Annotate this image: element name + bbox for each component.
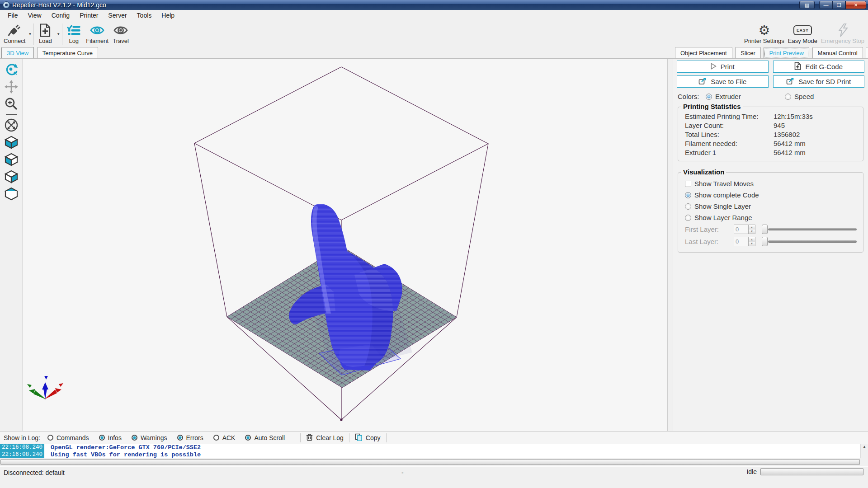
menu-bar: File View Config Printer Server Tools He… [0,10,868,21]
print-label: Print [721,63,735,70]
show-single-layer-radio[interactable] [685,203,691,210]
connect-dropdown-arrow[interactable]: ▼ [27,22,33,47]
slider-track [768,240,857,243]
tab-manual-control[interactable]: Manual Control [812,47,863,58]
show-layer-range-radio[interactable] [685,215,691,221]
log-output[interactable]: 22:16:08.240 OpenGL renderer:GeForce GTX… [0,444,868,458]
save-for-sd-button[interactable]: Save for SD Print [773,75,865,88]
load-dropdown-arrow[interactable]: ▼ [56,22,61,47]
extruder-radio[interactable] [706,94,712,100]
show-single-layer-label: Show Single Layer [694,202,751,210]
zoom-view-icon[interactable] [3,95,20,113]
clear-log-button[interactable]: Clear Log [306,433,344,442]
first-layer-spinner[interactable]: 0 ▲▼ [734,225,755,234]
travel-toggle-button[interactable]: Travel [110,22,131,47]
stat-label: Layer Count: [685,122,774,129]
first-layer-row: First Layer: 0 ▲▼ [683,223,859,235]
printer-settings-button[interactable]: ⚙ Printer Settings [742,22,786,47]
last-layer-spinner[interactable]: 0 ▲▼ [734,237,755,246]
show-complete-code-option[interactable]: Show complete Code [683,189,859,201]
menu-config[interactable]: Config [47,10,75,20]
maximize-button[interactable]: ❐ [833,1,845,9]
close-button[interactable]: ✕ [845,1,866,9]
easy-mode-icon: EASY [793,23,812,38]
copy-log-button[interactable]: Copy [355,433,381,442]
show-single-layer-option[interactable]: Show Single Layer [683,201,859,212]
first-layer-slider[interactable] [762,225,857,234]
spin-up-icon[interactable]: ▲ [749,225,755,230]
filament-toggle-button[interactable]: Filament [84,22,110,47]
tab-sd-card[interactable]: SD Card [866,47,868,58]
iso-view-icon[interactable] [3,134,20,151]
colors-speed-option[interactable]: Speed [785,93,814,100]
colors-extruder-option[interactable]: Extruder [706,93,785,100]
speed-radio[interactable] [785,94,791,100]
status-bar: Disconnected: default - Idle [0,466,868,488]
tab-temperature-curve[interactable]: Temperature Curve [37,47,98,58]
edit-gcode-button[interactable]: Edit G-Code [773,61,865,73]
emergency-stop-label: Emergency Stop [821,38,864,44]
fit-view-icon[interactable] [3,117,20,134]
show-layer-range-option[interactable]: Show Layer Range [683,212,859,223]
load-button[interactable]: Load [35,22,56,47]
warnings-toggle[interactable] [132,435,137,441]
log-filter-errors[interactable]: Errors [177,434,203,441]
connect-button[interactable]: Connect [2,22,27,47]
slider-thumb[interactable] [762,237,768,246]
menu-tools[interactable]: Tools [132,10,157,20]
easy-mode-button[interactable]: EASY Easy Mode [786,22,819,47]
hscroll-thumb[interactable] [0,459,860,465]
autoscroll-toggle[interactable] [245,435,251,441]
front-view-icon[interactable] [3,168,20,185]
last-layer-value: 0 [734,237,748,246]
axis-indicator [27,376,63,399]
3d-viewport[interactable] [23,59,667,431]
toolbar-separator [33,23,34,45]
stat-value: 1356802 [774,131,859,138]
log-filter-warnings[interactable]: Warnings [132,434,167,441]
save-to-file-button[interactable]: Save to File [677,75,769,88]
log-toggle-button[interactable]: Log [63,22,84,47]
menu-help[interactable]: Help [156,10,179,20]
print-button[interactable]: Print [677,61,769,73]
tab-3d-view[interactable]: 3D View [1,47,34,58]
menu-server[interactable]: Server [103,10,132,20]
menu-view[interactable]: View [23,10,47,20]
print-icon [711,63,717,71]
progress-bar [760,468,863,475]
log-autoscroll[interactable]: Auto Scroll [245,434,285,441]
log-filter-ack[interactable]: ACK [213,434,236,441]
tab-slicer[interactable]: Slicer [735,47,761,58]
side-view-icon[interactable] [3,151,20,168]
infos-toggle[interactable] [99,435,105,441]
log-horizontal-scrollbar[interactable] [0,458,868,466]
ack-toggle[interactable] [213,435,219,441]
top-view-icon[interactable] [3,185,20,202]
tab-object-placement[interactable]: Object Placement [675,47,732,58]
minimize-button[interactable]: — [819,1,833,9]
show-travel-moves-option[interactable]: Show Travel Moves [683,178,859,189]
commands-toggle[interactable] [47,435,53,441]
window-menu-button[interactable]: ▤ [799,1,815,9]
log-filter-commands[interactable]: Commands [47,434,89,441]
slider-thumb[interactable] [762,225,768,234]
spin-down-icon[interactable]: ▼ [749,230,755,234]
visualization-group: Visualization Show Travel Moves Show com… [678,172,863,253]
menu-printer[interactable]: Printer [75,10,103,20]
log-filter-infos[interactable]: Infos [99,434,122,441]
gear-icon: ⚙ [758,23,770,38]
last-layer-slider[interactable] [762,237,857,246]
tab-print-preview[interactable]: Print Preview [764,47,809,58]
move-view-icon[interactable] [3,78,20,95]
3d-scene [23,59,667,431]
show-travel-moves-checkbox[interactable] [685,181,691,187]
errors-toggle[interactable] [177,435,183,441]
show-complete-code-radio[interactable] [685,192,691,198]
scroll-up-icon[interactable]: ▲ [863,445,866,449]
panel-splitter[interactable] [667,59,673,431]
spin-down-icon[interactable]: ▼ [749,242,755,246]
spin-up-icon[interactable]: ▲ [749,237,755,242]
rotate-view-icon[interactable] [3,61,20,78]
print-preview-panel: Print Edit G-Code Save to File Save for … [673,59,868,431]
menu-file[interactable]: File [3,10,23,20]
